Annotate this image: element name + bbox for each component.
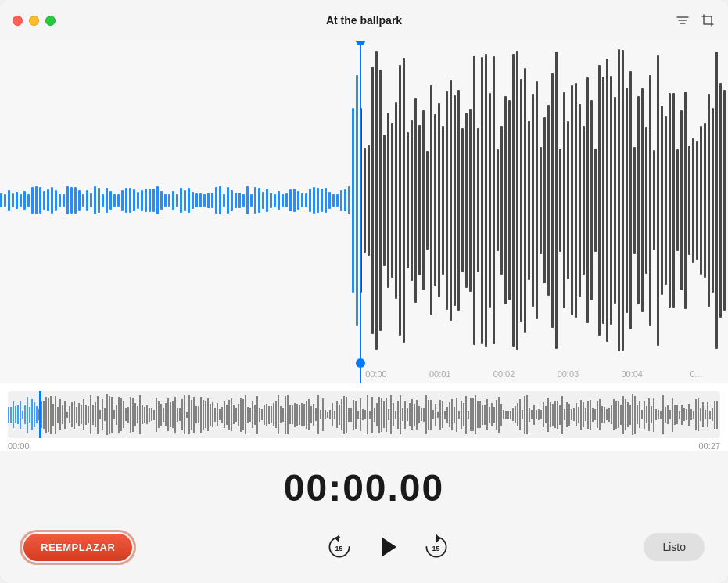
- overview-bar: [606, 409, 608, 420]
- waveform-bar: [629, 71, 632, 330]
- waveform-bar: [680, 110, 683, 290]
- overview-bar: [364, 410, 366, 419]
- waveform-bar: [493, 56, 495, 344]
- maximize-button[interactable]: [45, 16, 56, 26]
- minimize-button[interactable]: [29, 16, 39, 26]
- crop-icon[interactable]: [700, 13, 715, 28]
- waveform-bar: [641, 88, 644, 312]
- overview-bar: [503, 410, 504, 420]
- overview-bar: [425, 395, 427, 435]
- waveform-bar: [47, 189, 49, 211]
- waveform-bar: [31, 187, 34, 214]
- overview-bar: [111, 397, 113, 433]
- play-button[interactable]: [371, 530, 405, 564]
- waveform-bar: [508, 100, 511, 300]
- waveform-bar: [719, 83, 722, 318]
- overview-bar: [381, 398, 382, 431]
- overview-bar: [599, 399, 601, 430]
- waveform-bar: [598, 65, 601, 336]
- overview-bar: [153, 410, 155, 420]
- done-button[interactable]: Listo: [644, 533, 705, 561]
- overview-start: 00:00: [8, 441, 30, 451]
- playhead[interactable]: [360, 41, 361, 383]
- waveform-bar: [704, 123, 706, 277]
- overview-bar: [543, 402, 544, 428]
- overview-bar: [512, 408, 514, 421]
- waveform-bar: [368, 145, 370, 257]
- waveform-bar: [528, 121, 530, 280]
- overview-bar: [402, 408, 403, 422]
- overview-bar: [179, 408, 181, 421]
- waveform-bar: [27, 194, 30, 207]
- overview-bar: [371, 397, 373, 433]
- waveform-bar: [672, 93, 675, 308]
- overview-bar: [97, 396, 99, 434]
- overview-bar: [522, 410, 523, 419]
- overview-bar: [479, 401, 481, 428]
- overview-bar: [132, 398, 134, 432]
- waveform-bar: [657, 55, 659, 346]
- overview-waveform[interactable]: [8, 391, 720, 438]
- overview-bar: [301, 403, 303, 426]
- overview-bar: [557, 401, 558, 429]
- skip-back-button[interactable]: 15: [324, 531, 355, 563]
- waveform-bar: [571, 85, 573, 315]
- waveform-bar: [536, 81, 538, 319]
- overview-bar: [414, 404, 415, 426]
- waveform-bar: [109, 191, 112, 210]
- overview-bar: [498, 397, 500, 433]
- waveform-bar: [383, 135, 386, 265]
- waveform-bar: [297, 191, 299, 210]
- overview-bar: [224, 401, 225, 428]
- waveform-bar: [309, 189, 311, 211]
- waveform-bar: [606, 59, 608, 342]
- waveform-bar: [454, 95, 456, 306]
- waveform-bar: [532, 94, 534, 307]
- overview-bar: [458, 411, 460, 419]
- overview-bar: [634, 396, 636, 434]
- waveform-bar: [328, 192, 331, 209]
- waveform-bar: [192, 192, 194, 209]
- main-waveform-area[interactable]: 00:00 00:01 00:02 00:03 00:04 0...: [0, 41, 728, 383]
- waveform-detail[interactable]: 00:00 00:01 00:02 00:03 00:04 0...: [0, 41, 728, 383]
- waveform-bar: [676, 149, 679, 252]
- overview-bar: [174, 397, 176, 433]
- waveform-bar: [712, 108, 714, 293]
- overview-bar: [648, 398, 650, 431]
- overview-bar: [500, 404, 502, 426]
- overview-bar: [48, 398, 49, 431]
- overview-bar: [296, 404, 298, 426]
- waveform-bar: [121, 190, 124, 210]
- waveform-bar: [219, 186, 221, 214]
- overview-bar: [395, 411, 396, 418]
- overview-bar: [52, 404, 54, 425]
- overview-bar: [261, 409, 263, 420]
- overview-bar: [407, 408, 408, 420]
- overview-playhead[interactable]: [39, 391, 41, 438]
- waveform-bar: [78, 190, 81, 211]
- waveform-bar: [242, 194, 245, 207]
- replace-button[interactable]: REEMPLAZAR: [23, 534, 132, 561]
- overview-bar: [625, 399, 626, 430]
- overview-bar: [55, 396, 56, 434]
- waveform-bar: [282, 194, 284, 207]
- overview-bar: [43, 401, 45, 430]
- playhead-bottom-handle[interactable]: [356, 358, 365, 368]
- overview-bar: [409, 403, 411, 426]
- overview-bar: [113, 410, 115, 419]
- overview-bar: [540, 410, 542, 419]
- overview-bar: [620, 405, 622, 425]
- waveform-bar: [340, 190, 342, 210]
- waveform-bar: [66, 186, 69, 214]
- waveform-bar: [168, 194, 170, 207]
- waveform-bar: [469, 109, 472, 291]
- overview-bar: [446, 407, 448, 423]
- waveform-bar: [55, 190, 57, 211]
- skip-forward-button[interactable]: 15: [421, 531, 452, 563]
- close-button[interactable]: [13, 16, 23, 26]
- overview-bar: [658, 410, 659, 420]
- overview-bar: [519, 399, 521, 430]
- filter-icon[interactable]: [675, 13, 690, 28]
- waveform-bar: [188, 188, 190, 213]
- overview-bar: [123, 401, 124, 427]
